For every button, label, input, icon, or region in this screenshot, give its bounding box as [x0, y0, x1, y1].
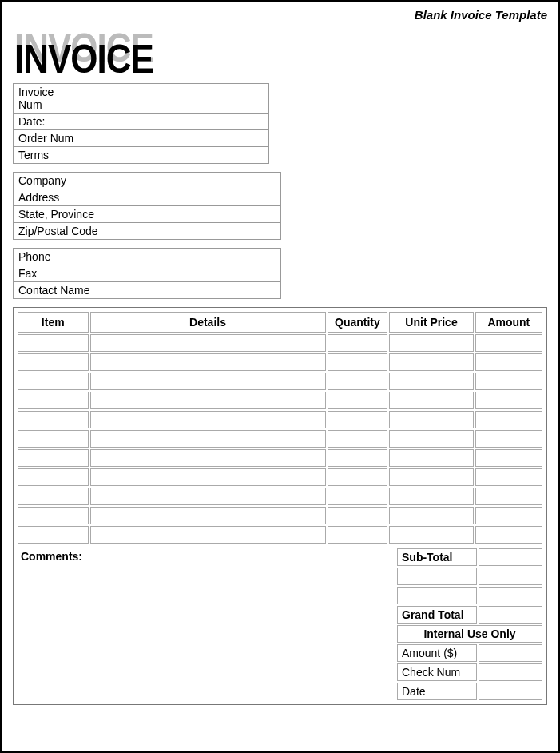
value-internal-check[interactable]	[479, 663, 542, 681]
cell-qty[interactable]	[328, 526, 388, 544]
cell-price[interactable]	[389, 411, 473, 428]
items-table: Item Details Quantity Unit Price Amount	[16, 310, 544, 545]
table-row	[18, 449, 542, 467]
row-invoice-num: Invoice Num	[14, 84, 269, 114]
cell-details[interactable]	[90, 392, 326, 409]
cell-details[interactable]	[90, 468, 326, 486]
value-phone[interactable]	[105, 249, 281, 265]
cell-details[interactable]	[90, 373, 326, 390]
cell-price[interactable]	[389, 526, 473, 544]
value-order-num[interactable]	[85, 130, 269, 147]
label-state: State, Province	[14, 206, 117, 223]
cell-qty[interactable]	[328, 430, 388, 448]
label-address: Address	[14, 189, 117, 206]
bottom-row: Comments: Sub-Total	[16, 547, 544, 702]
cell-item[interactable]	[18, 353, 89, 371]
cell-details[interactable]	[90, 488, 326, 505]
label-internal-check: Check Num	[397, 663, 477, 681]
cell-item[interactable]	[18, 373, 89, 390]
cell-details[interactable]	[90, 430, 326, 448]
cell-details[interactable]	[90, 411, 326, 428]
cell-amount[interactable]	[475, 373, 542, 390]
cell-qty[interactable]	[328, 449, 388, 467]
value-invoice-num[interactable]	[85, 84, 269, 114]
cell-qty[interactable]	[328, 468, 388, 486]
cell-amount[interactable]	[475, 507, 542, 524]
cell-item[interactable]	[18, 334, 89, 352]
label-terms: Terms	[14, 147, 85, 164]
cell-details[interactable]	[90, 334, 326, 352]
cell-item[interactable]	[18, 430, 89, 448]
cell-price[interactable]	[389, 468, 473, 486]
value-company[interactable]	[117, 173, 281, 189]
table-row	[18, 526, 542, 544]
value-fax[interactable]	[105, 265, 281, 282]
cell-item[interactable]	[18, 411, 89, 428]
cell-price[interactable]	[389, 392, 473, 409]
label-contact: Contact Name	[14, 282, 105, 299]
cell-item[interactable]	[18, 488, 89, 505]
cell-amount[interactable]	[475, 392, 542, 409]
cell-qty[interactable]	[328, 373, 388, 390]
cell-details[interactable]	[90, 449, 326, 467]
label-date: Date:	[14, 114, 85, 130]
table-row	[18, 488, 542, 505]
cell-amount[interactable]	[475, 411, 542, 428]
cell-item[interactable]	[18, 468, 89, 486]
label-extra-1[interactable]	[397, 568, 477, 585]
header-item: Item	[18, 312, 89, 333]
cell-details[interactable]	[90, 526, 326, 544]
cell-price[interactable]	[389, 373, 473, 390]
label-zip: Zip/Postal Code	[14, 223, 117, 240]
value-grand-total[interactable]	[479, 606, 542, 624]
table-row	[18, 430, 542, 448]
cell-amount[interactable]	[475, 430, 542, 448]
cell-qty[interactable]	[328, 334, 388, 352]
cell-price[interactable]	[389, 507, 473, 524]
cell-details[interactable]	[90, 353, 326, 371]
value-date[interactable]	[85, 114, 269, 130]
cell-price[interactable]	[389, 334, 473, 352]
label-extra-2[interactable]	[397, 587, 477, 604]
row-terms: Terms	[14, 147, 269, 164]
value-extra-2[interactable]	[479, 587, 542, 604]
table-row	[18, 468, 542, 486]
cell-qty[interactable]	[328, 353, 388, 371]
value-address[interactable]	[117, 189, 281, 206]
cell-price[interactable]	[389, 353, 473, 371]
cell-price[interactable]	[389, 449, 473, 467]
cell-amount[interactable]	[475, 353, 542, 371]
value-internal-amount[interactable]	[479, 644, 542, 662]
cell-amount[interactable]	[475, 488, 542, 505]
cell-details[interactable]	[90, 507, 326, 524]
header-qty: Quantity	[328, 312, 388, 333]
header-details: Details	[90, 312, 326, 333]
cell-amount[interactable]	[475, 334, 542, 352]
value-subtotal[interactable]	[479, 548, 542, 566]
cell-qty[interactable]	[328, 488, 388, 505]
cell-item[interactable]	[18, 507, 89, 524]
cell-amount[interactable]	[475, 468, 542, 486]
cell-price[interactable]	[389, 430, 473, 448]
cell-amount[interactable]	[475, 526, 542, 544]
value-zip[interactable]	[117, 223, 281, 240]
value-extra-1[interactable]	[479, 568, 542, 585]
totals-column: Sub-Total Grand Total	[395, 547, 544, 702]
cell-qty[interactable]	[328, 411, 388, 428]
label-internal-date: Date	[397, 683, 477, 700]
logo-text: INVOICE	[14, 36, 153, 82]
value-internal-date[interactable]	[479, 683, 542, 700]
value-state[interactable]	[117, 206, 281, 223]
template-title: Blank Invoice Template	[13, 8, 547, 22]
cell-item[interactable]	[18, 449, 89, 467]
cell-item[interactable]	[18, 392, 89, 409]
cell-amount[interactable]	[475, 449, 542, 467]
value-terms[interactable]	[85, 147, 269, 164]
label-subtotal: Sub-Total	[397, 548, 477, 566]
value-contact[interactable]	[105, 282, 281, 299]
row-order-num: Order Num	[14, 130, 269, 147]
cell-qty[interactable]	[328, 507, 388, 524]
cell-item[interactable]	[18, 526, 89, 544]
cell-price[interactable]	[389, 488, 473, 505]
cell-qty[interactable]	[328, 392, 388, 409]
